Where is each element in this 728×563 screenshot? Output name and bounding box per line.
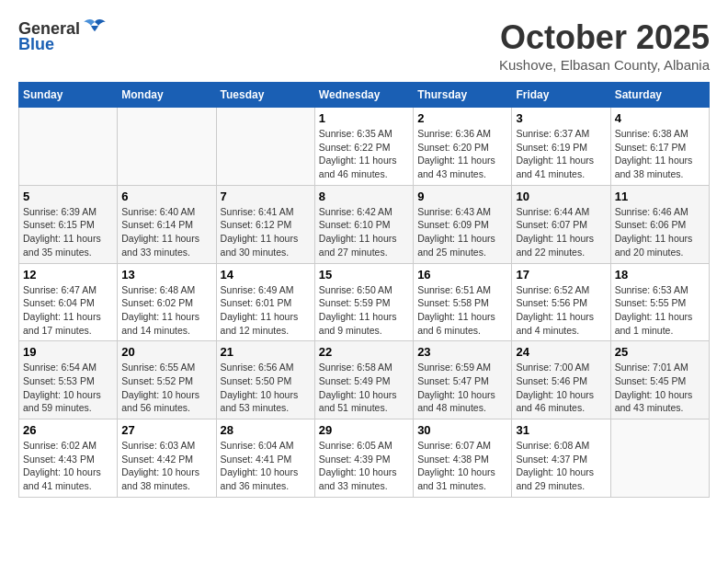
day-info: Sunrise: 6:40 AM Sunset: 6:14 PM Dayligh… — [121, 205, 211, 259]
day-number: 5 — [23, 190, 113, 203]
day-info: Sunrise: 6:50 AM Sunset: 5:59 PM Dayligh… — [319, 283, 409, 338]
day-info: Sunrise: 6:08 AM Sunset: 4:37 PM Dayligh… — [516, 439, 606, 493]
day-number: 12 — [23, 268, 113, 282]
day-info: Sunrise: 6:02 AM Sunset: 4:43 PM Dayligh… — [23, 439, 113, 493]
day-number: 3 — [516, 111, 606, 125]
calendar-week-4: 19Sunrise: 6:54 AM Sunset: 5:53 PM Dayli… — [19, 341, 710, 419]
day-number: 29 — [319, 423, 409, 437]
day-info: Sunrise: 6:44 AM Sunset: 6:07 PM Dayligh… — [516, 205, 606, 259]
calendar-cell: 1Sunrise: 6:35 AM Sunset: 6:22 PM Daylig… — [314, 108, 413, 186]
day-number: 10 — [516, 190, 606, 203]
weekday-header-sunday: Sunday — [19, 83, 118, 108]
day-number: 25 — [615, 345, 705, 359]
calendar-cell: 9Sunrise: 6:43 AM Sunset: 6:09 PM Daylig… — [414, 185, 512, 263]
day-info: Sunrise: 6:53 AM Sunset: 5:55 PM Dayligh… — [615, 283, 705, 338]
weekday-header-wednesday: Wednesday — [314, 83, 413, 108]
day-info: Sunrise: 6:49 AM Sunset: 6:01 PM Dayligh… — [221, 283, 311, 338]
day-info: Sunrise: 6:56 AM Sunset: 5:50 PM Dayligh… — [221, 361, 311, 415]
calendar-cell: 17Sunrise: 6:52 AM Sunset: 5:56 PM Dayli… — [512, 263, 610, 341]
calendar-cell: 30Sunrise: 6:07 AM Sunset: 4:38 PM Dayli… — [414, 419, 512, 498]
calendar-week-5: 26Sunrise: 6:02 AM Sunset: 4:43 PM Dayli… — [19, 419, 710, 498]
day-number: 15 — [319, 268, 409, 282]
day-info: Sunrise: 6:52 AM Sunset: 5:56 PM Dayligh… — [516, 283, 606, 338]
day-number: 2 — [417, 111, 507, 125]
page-header: General Blue October 2025 Kushove, Elbas… — [18, 18, 710, 73]
calendar-cell: 11Sunrise: 6:46 AM Sunset: 6:06 PM Dayli… — [610, 185, 709, 263]
day-info: Sunrise: 6:43 AM Sunset: 6:09 PM Dayligh… — [417, 205, 507, 259]
calendar-cell: 22Sunrise: 6:58 AM Sunset: 5:49 PM Dayli… — [314, 341, 413, 419]
day-info: Sunrise: 6:42 AM Sunset: 6:10 PM Dayligh… — [319, 205, 409, 259]
day-info: Sunrise: 6:04 AM Sunset: 4:41 PM Dayligh… — [221, 439, 311, 493]
day-info: Sunrise: 6:39 AM Sunset: 6:15 PM Dayligh… — [23, 205, 113, 259]
day-number: 19 — [23, 345, 113, 359]
calendar-cell: 6Sunrise: 6:40 AM Sunset: 6:14 PM Daylig… — [118, 185, 216, 263]
day-info: Sunrise: 6:55 AM Sunset: 5:52 PM Dayligh… — [121, 361, 211, 415]
day-info: Sunrise: 6:58 AM Sunset: 5:49 PM Dayligh… — [319, 361, 409, 415]
day-info: Sunrise: 6:51 AM Sunset: 5:58 PM Dayligh… — [417, 283, 507, 338]
day-number: 26 — [23, 423, 113, 437]
calendar-cell — [610, 419, 709, 498]
calendar-week-3: 12Sunrise: 6:47 AM Sunset: 6:04 PM Dayli… — [19, 263, 710, 341]
day-number: 14 — [221, 268, 311, 282]
calendar-cell: 5Sunrise: 6:39 AM Sunset: 6:15 PM Daylig… — [19, 185, 118, 263]
day-info: Sunrise: 6:41 AM Sunset: 6:12 PM Dayligh… — [221, 205, 311, 259]
calendar-cell — [118, 108, 216, 186]
calendar-cell: 16Sunrise: 6:51 AM Sunset: 5:58 PM Dayli… — [414, 263, 512, 341]
day-number: 1 — [319, 111, 409, 125]
day-number: 13 — [121, 268, 211, 282]
calendar-cell: 24Sunrise: 7:00 AM Sunset: 5:46 PM Dayli… — [512, 341, 610, 419]
day-info: Sunrise: 7:01 AM Sunset: 5:45 PM Dayligh… — [615, 361, 705, 415]
calendar-cell: 12Sunrise: 6:47 AM Sunset: 6:04 PM Dayli… — [19, 263, 118, 341]
day-number: 23 — [417, 345, 507, 359]
weekday-header-friday: Friday — [512, 83, 610, 108]
calendar-cell: 14Sunrise: 6:49 AM Sunset: 6:01 PM Dayli… — [216, 263, 314, 341]
weekday-header-monday: Monday — [118, 83, 216, 108]
weekday-header-tuesday: Tuesday — [216, 83, 314, 108]
calendar-cell: 18Sunrise: 6:53 AM Sunset: 5:55 PM Dayli… — [610, 263, 709, 341]
day-info: Sunrise: 6:03 AM Sunset: 4:42 PM Dayligh… — [121, 439, 211, 493]
day-info: Sunrise: 6:59 AM Sunset: 5:47 PM Dayligh… — [417, 361, 507, 415]
calendar-cell: 13Sunrise: 6:48 AM Sunset: 6:02 PM Dayli… — [118, 263, 216, 341]
calendar-cell — [19, 108, 118, 186]
day-number: 7 — [221, 190, 311, 203]
calendar-cell: 4Sunrise: 6:38 AM Sunset: 6:17 PM Daylig… — [610, 108, 709, 186]
calendar-week-1: 1Sunrise: 6:35 AM Sunset: 6:22 PM Daylig… — [19, 108, 710, 186]
calendar-cell: 31Sunrise: 6:08 AM Sunset: 4:37 PM Dayli… — [512, 419, 610, 498]
day-number: 31 — [516, 423, 606, 437]
title-block: October 2025 Kushove, Elbasan County, Al… — [499, 18, 710, 73]
day-number: 9 — [417, 190, 507, 203]
day-number: 24 — [516, 345, 606, 359]
day-number: 30 — [417, 423, 507, 437]
weekday-header-saturday: Saturday — [610, 83, 709, 108]
day-number: 18 — [615, 268, 705, 282]
logo: General Blue — [18, 18, 108, 54]
day-number: 11 — [615, 190, 705, 203]
day-info: Sunrise: 6:47 AM Sunset: 6:04 PM Dayligh… — [23, 283, 113, 338]
calendar-cell: 7Sunrise: 6:41 AM Sunset: 6:12 PM Daylig… — [216, 185, 314, 263]
day-number: 17 — [516, 268, 606, 282]
calendar-cell: 26Sunrise: 6:02 AM Sunset: 4:43 PM Dayli… — [19, 419, 118, 498]
day-number: 20 — [121, 345, 211, 359]
month-title: October 2025 — [499, 18, 710, 57]
logo-text-blue: Blue — [18, 35, 54, 54]
calendar-cell: 21Sunrise: 6:56 AM Sunset: 5:50 PM Dayli… — [216, 341, 314, 419]
calendar-cell: 3Sunrise: 6:37 AM Sunset: 6:19 PM Daylig… — [512, 108, 610, 186]
day-info: Sunrise: 6:35 AM Sunset: 6:22 PM Dayligh… — [319, 127, 409, 181]
day-info: Sunrise: 6:48 AM Sunset: 6:02 PM Dayligh… — [121, 283, 211, 338]
calendar-cell: 10Sunrise: 6:44 AM Sunset: 6:07 PM Dayli… — [512, 185, 610, 263]
day-number: 8 — [319, 190, 409, 203]
calendar-table: SundayMondayTuesdayWednesdayThursdayFrid… — [18, 82, 710, 498]
logo-bird-icon — [82, 18, 108, 39]
calendar-cell: 15Sunrise: 6:50 AM Sunset: 5:59 PM Dayli… — [314, 263, 413, 341]
day-info: Sunrise: 6:54 AM Sunset: 5:53 PM Dayligh… — [23, 361, 113, 415]
day-number: 22 — [319, 345, 409, 359]
calendar-cell: 2Sunrise: 6:36 AM Sunset: 6:20 PM Daylig… — [414, 108, 512, 186]
day-number: 16 — [417, 268, 507, 282]
day-number: 6 — [121, 190, 211, 203]
calendar-cell: 23Sunrise: 6:59 AM Sunset: 5:47 PM Dayli… — [414, 341, 512, 419]
weekday-header-row: SundayMondayTuesdayWednesdayThursdayFrid… — [19, 83, 710, 108]
calendar-cell: 28Sunrise: 6:04 AM Sunset: 4:41 PM Dayli… — [216, 419, 314, 498]
calendar-cell: 29Sunrise: 6:05 AM Sunset: 4:39 PM Dayli… — [314, 419, 413, 498]
day-info: Sunrise: 6:36 AM Sunset: 6:20 PM Dayligh… — [417, 127, 507, 181]
day-number: 27 — [121, 423, 211, 437]
